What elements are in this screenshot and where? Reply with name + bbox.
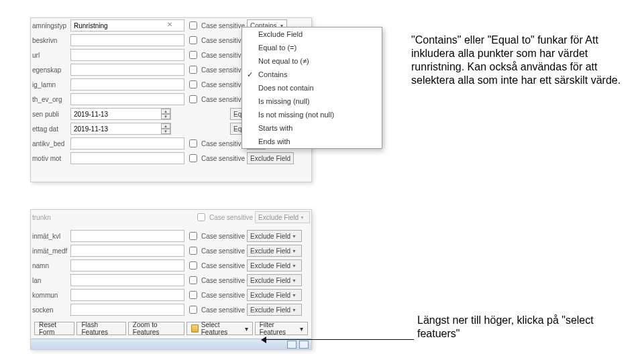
status-icon[interactable] — [299, 341, 309, 349]
filter-value-input[interactable] — [70, 230, 184, 242]
filter-value-input[interactable] — [70, 152, 184, 164]
annotation-text: Längst ner till höger, klicka på "select… — [417, 314, 632, 341]
field-label: trunkn — [32, 214, 68, 221]
chevron-down-icon: ▾ — [300, 325, 303, 333]
menu-item-label: Contains — [258, 70, 287, 78]
menu-item-label: Not equal to (≠) — [258, 57, 309, 65]
menu-item[interactable]: Is not missing (not null) — [242, 108, 382, 121]
case-sensitive-checkbox[interactable]: Case sensitive — [186, 78, 245, 90]
menu-item-label: Ends with — [258, 137, 290, 145]
filter-value-input[interactable] — [70, 245, 184, 257]
filter-row: inmät_kvlCase sensitiveExclude Field▼ — [31, 229, 311, 243]
field-label: amningstyp — [32, 22, 68, 29]
operator-button[interactable]: Exclude Field▼ — [255, 211, 310, 223]
field-label: kommun — [32, 292, 68, 299]
case-sensitive-checkbox[interactable]: Case sensitive — [186, 49, 245, 61]
case-sensitive-checkbox[interactable]: Case sensitive — [186, 137, 245, 149]
case-sensitive-checkbox[interactable]: Case sensitive — [186, 304, 245, 316]
operator-button[interactable]: Exclude Field▼ — [247, 259, 302, 272]
menu-item[interactable]: Ends with — [242, 135, 382, 148]
form-toolbar: Reset Form Flash Features Zoom to Featur… — [32, 321, 310, 336]
chevron-down-icon: ▼ — [292, 249, 297, 253]
operator-button[interactable]: Exclude Field▼ — [247, 230, 302, 242]
case-sensitive-checkbox[interactable]: Case sensitive — [186, 259, 245, 272]
annotation-text: "Contains" eller "Equal to" funkar för A… — [411, 34, 633, 87]
date-input[interactable] — [70, 108, 171, 120]
field-label: inmät_kvl — [32, 233, 68, 240]
field-label: inmät_medf — [32, 247, 68, 255]
folder-icon — [191, 324, 199, 333]
filter-row: inmät_medfCase sensitiveExclude Field▼ — [31, 243, 311, 258]
filter-value-input[interactable] — [70, 93, 184, 105]
annotation-arrow — [265, 339, 414, 340]
field-label: beskrivn — [32, 37, 68, 44]
filter-value-input[interactable] — [70, 289, 184, 301]
filter-value-input[interactable] — [70, 49, 184, 61]
case-sensitive-checkbox[interactable]: Case sensitive — [186, 289, 245, 301]
reset-form-button[interactable]: Reset Form — [34, 322, 74, 335]
operator-button[interactable]: Exclude Field▼ — [247, 245, 302, 257]
case-sensitive-checkbox[interactable]: Case sensitive — [186, 245, 245, 257]
case-sensitive-checkbox[interactable]: Case sensitive — [186, 230, 245, 242]
filter-row: trunkn Case sensitive Exclude Field▼ — [31, 210, 311, 225]
menu-item-label: Equal to (=) — [258, 44, 297, 52]
menu-item-label: Is not missing (not null) — [258, 111, 334, 119]
status-icon[interactable] — [287, 341, 297, 349]
chevron-down-icon: ▼ — [292, 308, 297, 312]
filter-value-input[interactable] — [70, 78, 184, 90]
field-label: egenskap — [32, 66, 68, 74]
filter-row: motiv motCase sensitiveExclude Field — [31, 151, 311, 166]
field-label: namn — [32, 262, 68, 269]
menu-item-label: Starts with — [258, 124, 292, 132]
menu-item[interactable]: ✓Contains — [242, 68, 382, 81]
chevron-down-icon: ▼ — [300, 215, 305, 220]
case-sensitive-checkbox[interactable]: Case sensitive — [186, 93, 245, 105]
filter-value-input[interactable] — [70, 259, 184, 272]
case-sensitive-checkbox[interactable]: Case sensitive — [186, 34, 245, 46]
menu-item[interactable]: Starts with — [242, 121, 382, 135]
field-label: motiv mot — [32, 155, 68, 162]
case-sensitive-checkbox[interactable]: Case sensitive — [195, 211, 253, 223]
operator-button[interactable]: Exclude Field▼ — [247, 289, 302, 301]
zoom-to-features-button[interactable]: Zoom to Features — [128, 322, 184, 335]
field-label: antikv_bed — [32, 140, 68, 147]
case-sensitive-checkbox[interactable]: Case sensitive — [186, 64, 245, 76]
stepper-icon[interactable]: ▲▼ — [161, 109, 170, 119]
select-features-button[interactable]: Select Features ▾ — [186, 322, 253, 335]
filter-value-input[interactable] — [70, 34, 184, 46]
flash-features-button[interactable]: Flash Features — [76, 322, 125, 335]
filter-features-button[interactable]: Filter Features ▾ — [255, 322, 308, 335]
filter-value-input[interactable] — [70, 304, 184, 316]
menu-item[interactable]: Not equal to (≠) — [242, 54, 382, 68]
case-sensitive-checkbox[interactable]: Case sensitive — [186, 152, 245, 164]
stepper-icon[interactable]: ▲▼ — [161, 123, 170, 134]
filter-value-input[interactable] — [70, 274, 184, 286]
field-label: sen publi — [32, 111, 68, 118]
status-bar — [31, 339, 311, 349]
field-label: th_ev_org — [32, 96, 68, 103]
operator-button[interactable]: Exclude Field▼ — [247, 274, 302, 286]
case-sensitive-checkbox[interactable]: Case sensitive — [186, 274, 245, 286]
field-label: ettag dat — [32, 125, 68, 133]
filter-row: lanCase sensitiveExclude Field▼ — [31, 273, 311, 288]
filter-row: namnCase sensitiveExclude Field▼ — [31, 258, 311, 273]
filter-row: sockenCase sensitiveExclude Field▼ — [31, 302, 311, 317]
menu-item[interactable]: Does not contain — [242, 81, 382, 95]
operator-button[interactable]: Exclude Field — [247, 152, 294, 164]
operator-dropdown-menu: Exclude FieldEqual to (=)Not equal to (≠… — [241, 27, 382, 149]
menu-item[interactable]: Equal to (=) — [242, 41, 382, 54]
operator-button[interactable]: Exclude Field▼ — [247, 304, 302, 316]
filter-value-input[interactable] — [70, 64, 184, 76]
filter-form-bottom: trunkn Case sensitive Exclude Field▼ inm… — [30, 209, 312, 350]
chevron-down-icon: ▼ — [292, 263, 297, 268]
date-input[interactable] — [70, 123, 171, 135]
filter-row: kommunCase sensitiveExclude Field▼ — [31, 288, 311, 302]
chevron-down-icon: ▼ — [292, 278, 297, 283]
filter-value-input[interactable] — [70, 137, 184, 149]
chevron-down-icon: ▼ — [292, 293, 297, 298]
case-sensitive-checkbox[interactable]: Case sensitive — [186, 19, 245, 32]
menu-item[interactable]: Is missing (null) — [242, 95, 382, 108]
menu-item[interactable]: Exclude Field — [242, 27, 382, 41]
field-label: url — [32, 52, 68, 59]
clear-icon[interactable]: ✕ — [167, 21, 172, 28]
